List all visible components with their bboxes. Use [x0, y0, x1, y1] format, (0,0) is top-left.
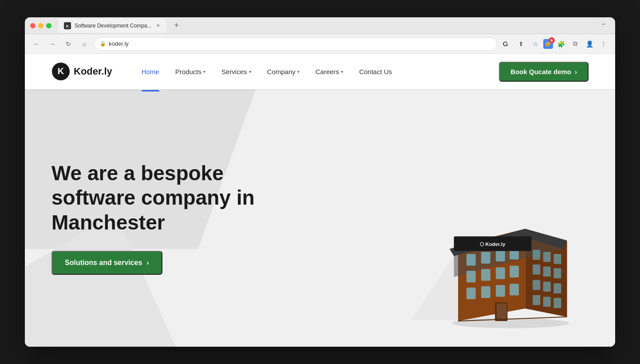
svg-rect-15 [481, 269, 490, 281]
hero-content: We are a bespoke software company in Man… [25, 126, 291, 310]
menu-icon[interactable]: ⋮ [597, 38, 610, 50]
forward-button[interactable]: → [46, 38, 59, 50]
logo-icon: K [51, 62, 70, 81]
nav-services[interactable]: Services ▾ [214, 64, 258, 79]
solutions-services-button[interactable]: Solutions and services › [51, 251, 162, 275]
svg-rect-23 [543, 252, 551, 262]
svg-text:⬡ Koder.ly: ⬡ Koder.ly [480, 241, 506, 247]
logo-text: Koder.ly [74, 66, 112, 77]
svg-rect-10 [466, 254, 476, 265]
svg-rect-22 [533, 250, 540, 260]
lock-icon: 🔒 [100, 41, 106, 47]
svg-text:G: G [503, 40, 508, 47]
products-dropdown-icon: ▾ [203, 69, 205, 74]
svg-rect-11 [481, 252, 490, 263]
company-dropdown-icon: ▾ [297, 69, 300, 74]
bookmark-icon[interactable]: ☆ [529, 38, 541, 50]
nav-links: Home Products ▾ Services ▾ Company ▾ Car… [134, 64, 499, 79]
svg-rect-32 [543, 297, 551, 307]
hero-illustration: ⬡ Koder.ly [429, 187, 580, 338]
extensions-icon[interactable]: 🧩 [555, 38, 567, 50]
window-controls: ⌃ [597, 20, 610, 32]
new-tab-button[interactable]: + [170, 20, 182, 32]
svg-rect-14 [466, 271, 476, 282]
svg-text:K: K [58, 66, 64, 76]
reload-button[interactable]: ↻ [62, 38, 75, 50]
nav-careers[interactable]: Careers ▾ [308, 64, 350, 79]
svg-rect-28 [533, 280, 540, 290]
svg-rect-33 [553, 298, 561, 308]
svg-rect-35 [497, 304, 507, 320]
address-bar[interactable]: 🔒 koder.ly [94, 37, 497, 51]
close-button[interactable] [30, 23, 36, 28]
window-minimize-icon[interactable]: ⌃ [597, 20, 610, 32]
google-icon[interactable]: G [501, 38, 513, 50]
svg-rect-12 [496, 250, 505, 261]
back-button[interactable]: ← [30, 38, 43, 50]
svg-rect-16 [496, 267, 505, 279]
svg-rect-27 [553, 268, 561, 278]
hero-section: We are a bespoke software company in Man… [25, 89, 615, 347]
book-demo-button[interactable]: Book Qucate demo › [499, 62, 589, 82]
split-view-icon[interactable]: ⧉ [569, 38, 581, 50]
svg-rect-24 [553, 254, 561, 264]
svg-rect-31 [533, 295, 540, 305]
svg-rect-29 [543, 281, 551, 292]
svg-rect-20 [496, 285, 505, 297]
svg-rect-18 [466, 288, 476, 299]
browser-titlebar: K Software Development Compa... ✕ + ⌃ [25, 17, 615, 34]
browser-tab[interactable]: K Software Development Compa... ✕ [59, 19, 166, 33]
tab-favicon: K [64, 22, 71, 29]
traffic-lights [30, 23, 51, 28]
nav-home[interactable]: Home [134, 64, 166, 79]
home-button[interactable]: ⌂ [78, 38, 91, 50]
cta-arrow-icon: › [575, 68, 577, 75]
tab-title: Software Development Compa... [75, 23, 151, 29]
services-dropdown-icon: ▾ [249, 69, 251, 74]
nav-company[interactable]: Company ▾ [260, 64, 307, 79]
url-text: koder.ly [109, 40, 129, 47]
svg-rect-25 [533, 265, 540, 275]
browser-window: K Software Development Compa... ✕ + ⌃ ← … [25, 17, 615, 347]
svg-rect-19 [481, 286, 490, 298]
hero-cta-arrow-icon: › [146, 259, 149, 267]
browser-toolbar: ← → ↻ ⌂ 🔒 koder.ly G ⬆ ☆ 🔐 6 🧩 ⧉ 👤 ⋮ [25, 34, 615, 54]
logo-area[interactable]: K Koder.ly [51, 62, 112, 81]
fullscreen-button[interactable] [46, 23, 51, 28]
svg-rect-17 [510, 266, 519, 277]
svg-point-38 [452, 318, 569, 328]
minimize-button[interactable] [38, 23, 43, 28]
svg-text:K: K [66, 24, 69, 28]
nav-contact[interactable]: Contact Us [352, 64, 399, 79]
toolbar-actions: G ⬆ ☆ 🔐 6 🧩 ⧉ 👤 ⋮ [501, 38, 610, 50]
website-content: K Koder.ly Home Products ▾ Services ▾ Co… [25, 54, 615, 347]
careers-dropdown-icon: ▾ [341, 69, 343, 74]
svg-rect-30 [553, 283, 561, 293]
nav-products[interactable]: Products ▾ [168, 64, 213, 79]
extension-badge[interactable]: 🔐 6 [543, 39, 553, 49]
share-icon[interactable]: ⬆ [515, 38, 527, 50]
svg-rect-21 [510, 284, 519, 295]
navbar: K Koder.ly Home Products ▾ Services ▾ Co… [25, 54, 615, 89]
tab-close-icon[interactable]: ✕ [155, 23, 161, 29]
hero-title: We are a bespoke software company in Man… [51, 161, 265, 235]
svg-rect-26 [543, 266, 551, 277]
profile-icon[interactable]: 👤 [583, 38, 596, 50]
